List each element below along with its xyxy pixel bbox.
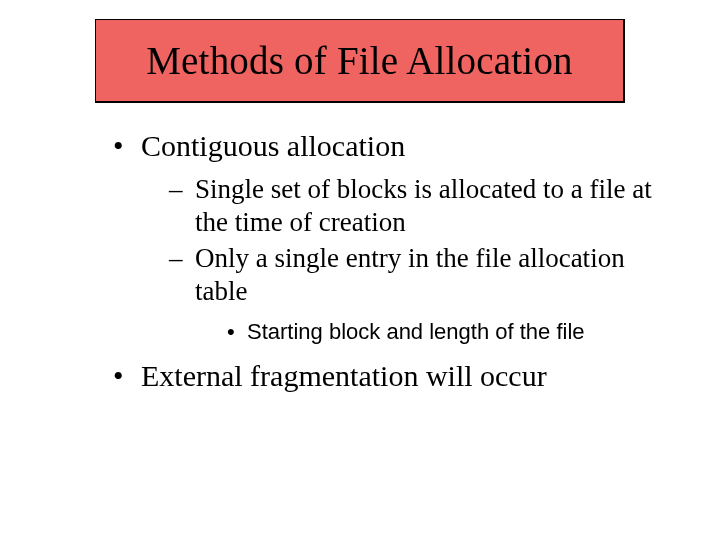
bullet-text: Starting block and length of the file xyxy=(247,319,585,344)
bullet-list-level2: Single set of blocks is allocated to a f… xyxy=(141,173,653,346)
bullet-list-level3: Starting block and length of the file xyxy=(195,318,653,346)
bullet-item: Single set of blocks is allocated to a f… xyxy=(169,173,653,239)
bullet-text: External fragmentation will occur xyxy=(141,359,547,392)
bullet-text: Single set of blocks is allocated to a f… xyxy=(195,174,652,237)
bullet-item: Starting block and length of the file xyxy=(227,318,653,346)
bullet-item: Only a single entry in the file allocati… xyxy=(169,242,653,345)
slide: Methods of File Allocation Contiguous al… xyxy=(0,0,720,540)
bullet-list-level1: Contiguous allocation Single set of bloc… xyxy=(113,128,653,394)
slide-title: Methods of File Allocation xyxy=(146,38,573,83)
title-banner: Methods of File Allocation xyxy=(95,19,625,103)
bullet-item: Contiguous allocation Single set of bloc… xyxy=(113,128,653,346)
bullet-text: Contiguous allocation xyxy=(141,129,405,162)
slide-body: Contiguous allocation Single set of bloc… xyxy=(113,128,653,404)
bullet-item: External fragmentation will occur xyxy=(113,358,653,395)
bullet-text: Only a single entry in the file allocati… xyxy=(195,243,625,306)
